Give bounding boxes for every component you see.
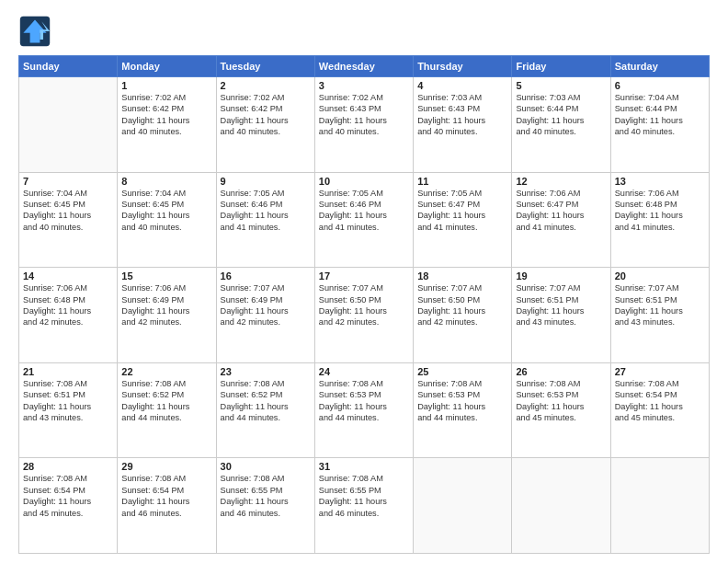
daylight-line2: and 40 minutes. xyxy=(417,126,507,137)
calendar-cell: 24Sunrise: 7:08 AMSunset: 6:53 PMDayligh… xyxy=(314,362,413,458)
cell-info: Sunset: 6:45 PM xyxy=(121,199,211,210)
cell-info: Sunset: 6:46 PM xyxy=(221,199,311,210)
daylight-line1: Daylight: 11 hours xyxy=(319,210,409,221)
day-number: 24 xyxy=(319,366,409,377)
cell-info: Sunset: 6:43 PM xyxy=(319,103,409,114)
cell-info: Sunset: 6:53 PM xyxy=(417,389,507,400)
day-number: 8 xyxy=(121,176,211,187)
calendar-cell: 9Sunrise: 7:05 AMSunset: 6:46 PMDaylight… xyxy=(216,172,314,268)
daylight-line2: and 42 minutes. xyxy=(417,316,507,327)
calendar-cell: 27Sunrise: 7:08 AMSunset: 6:54 PMDayligh… xyxy=(610,362,709,458)
cell-info: Sunrise: 7:08 AM xyxy=(23,378,113,389)
daylight-line2: and 41 minutes. xyxy=(221,222,311,233)
daylight-line1: Daylight: 11 hours xyxy=(615,305,705,316)
cell-info: Sunset: 6:45 PM xyxy=(23,199,113,210)
day-number: 25 xyxy=(417,366,507,377)
day-number: 4 xyxy=(417,80,507,91)
calendar-cell: 16Sunrise: 7:07 AMSunset: 6:49 PMDayligh… xyxy=(216,268,314,363)
calendar-cell: 15Sunrise: 7:06 AMSunset: 6:49 PMDayligh… xyxy=(118,268,216,363)
daylight-line1: Daylight: 11 hours xyxy=(221,210,311,221)
daylight-line2: and 45 minutes. xyxy=(516,412,606,423)
header xyxy=(18,15,710,48)
cell-info: Sunrise: 7:04 AM xyxy=(121,188,211,199)
cell-info: Sunrise: 7:06 AM xyxy=(23,282,113,293)
daylight-line2: and 40 minutes. xyxy=(121,222,211,233)
day-number: 31 xyxy=(319,461,409,472)
calendar-cell: 20Sunrise: 7:07 AMSunset: 6:51 PMDayligh… xyxy=(610,268,709,363)
cell-info: Sunset: 6:42 PM xyxy=(121,103,211,114)
calendar-cell: 25Sunrise: 7:08 AMSunset: 6:53 PMDayligh… xyxy=(414,362,512,458)
calendar-cell: 6Sunrise: 7:04 AMSunset: 6:44 PMDaylight… xyxy=(610,77,709,173)
daylight-line2: and 46 minutes. xyxy=(319,508,409,519)
daylight-line1: Daylight: 11 hours xyxy=(221,115,311,126)
daylight-line2: and 45 minutes. xyxy=(615,412,705,423)
day-number: 14 xyxy=(23,270,113,282)
daylight-line1: Daylight: 11 hours xyxy=(319,496,409,507)
day-number: 19 xyxy=(516,270,606,282)
cell-info: Sunset: 6:54 PM xyxy=(121,485,211,496)
calendar-cell: 26Sunrise: 7:08 AMSunset: 6:53 PMDayligh… xyxy=(512,362,610,458)
cell-info: Sunset: 6:52 PM xyxy=(221,389,311,400)
day-number: 13 xyxy=(615,176,705,187)
daylight-line1: Daylight: 11 hours xyxy=(516,210,606,221)
cell-info: Sunset: 6:44 PM xyxy=(516,103,606,114)
daylight-line1: Daylight: 11 hours xyxy=(516,115,606,126)
cell-info: Sunset: 6:48 PM xyxy=(615,199,705,210)
daylight-line2: and 43 minutes. xyxy=(23,412,113,423)
calendar-table: SundayMondayTuesdayWednesdayThursdayFrid… xyxy=(18,55,710,554)
daylight-line1: Daylight: 11 hours xyxy=(221,401,311,412)
cell-info: Sunrise: 7:06 AM xyxy=(121,282,211,293)
cell-info: Sunrise: 7:04 AM xyxy=(615,92,705,103)
daylight-line1: Daylight: 11 hours xyxy=(221,305,311,316)
daylight-line2: and 44 minutes. xyxy=(221,412,311,423)
cell-info: Sunrise: 7:05 AM xyxy=(417,188,507,199)
daylight-line1: Daylight: 11 hours xyxy=(516,401,606,412)
dow-header-thursday: Thursday xyxy=(414,56,512,77)
cell-info: Sunset: 6:42 PM xyxy=(221,103,311,114)
cell-info: Sunrise: 7:08 AM xyxy=(516,378,606,389)
cell-info: Sunrise: 7:08 AM xyxy=(121,473,211,484)
daylight-line1: Daylight: 11 hours xyxy=(23,305,113,316)
cell-info: Sunset: 6:54 PM xyxy=(615,389,705,400)
calendar-cell: 3Sunrise: 7:02 AMSunset: 6:43 PMDaylight… xyxy=(314,77,413,173)
calendar-cell: 4Sunrise: 7:03 AMSunset: 6:43 PMDaylight… xyxy=(414,77,512,173)
week-row-2: 7Sunrise: 7:04 AMSunset: 6:45 PMDaylight… xyxy=(19,172,710,268)
cell-info: Sunrise: 7:08 AM xyxy=(319,378,409,389)
cell-info: Sunrise: 7:08 AM xyxy=(121,378,211,389)
cell-info: Sunrise: 7:03 AM xyxy=(417,92,507,103)
daylight-line2: and 44 minutes. xyxy=(121,412,211,423)
daylight-line1: Daylight: 11 hours xyxy=(417,401,507,412)
daylight-line2: and 44 minutes. xyxy=(417,412,507,423)
daylight-line2: and 40 minutes. xyxy=(615,126,705,137)
daylight-line2: and 46 minutes. xyxy=(121,508,211,519)
cell-info: Sunrise: 7:02 AM xyxy=(319,92,409,103)
cell-info: Sunset: 6:46 PM xyxy=(319,199,409,210)
cell-info: Sunrise: 7:07 AM xyxy=(615,282,705,293)
daylight-line1: Daylight: 11 hours xyxy=(516,305,606,316)
day-number: 11 xyxy=(417,176,507,187)
calendar-cell: 30Sunrise: 7:08 AMSunset: 6:55 PMDayligh… xyxy=(216,458,314,554)
cell-info: Sunrise: 7:07 AM xyxy=(221,282,311,293)
daylight-line1: Daylight: 11 hours xyxy=(121,496,211,507)
daylight-line1: Daylight: 11 hours xyxy=(417,305,507,316)
day-number: 1 xyxy=(121,80,211,91)
daylight-line2: and 41 minutes. xyxy=(615,222,705,233)
cell-info: Sunrise: 7:03 AM xyxy=(516,92,606,103)
daylight-line2: and 40 minutes. xyxy=(121,126,211,137)
daylight-line1: Daylight: 11 hours xyxy=(121,305,211,316)
cell-info: Sunset: 6:47 PM xyxy=(516,199,606,210)
daylight-line2: and 42 minutes. xyxy=(221,316,311,327)
day-number: 6 xyxy=(615,80,705,91)
calendar-cell: 29Sunrise: 7:08 AMSunset: 6:54 PMDayligh… xyxy=(118,458,216,554)
logo-icon xyxy=(18,15,51,48)
cell-info: Sunset: 6:50 PM xyxy=(319,294,409,305)
day-number: 18 xyxy=(417,270,507,282)
calendar-cell: 19Sunrise: 7:07 AMSunset: 6:51 PMDayligh… xyxy=(512,268,610,363)
dow-header-wednesday: Wednesday xyxy=(314,56,413,77)
daylight-line2: and 44 minutes. xyxy=(319,412,409,423)
daylight-line2: and 40 minutes. xyxy=(516,126,606,137)
cell-info: Sunset: 6:49 PM xyxy=(221,294,311,305)
day-number: 21 xyxy=(23,366,113,377)
daylight-line1: Daylight: 11 hours xyxy=(615,210,705,221)
cell-info: Sunrise: 7:05 AM xyxy=(319,188,409,199)
